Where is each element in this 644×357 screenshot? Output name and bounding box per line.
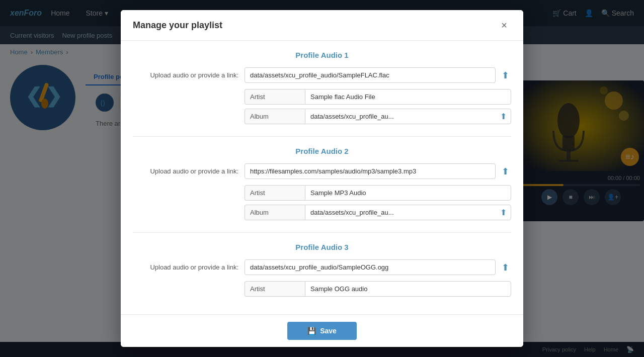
upload-button-3[interactable]: ⬆ [500, 260, 511, 275]
modal-title: Manage your playlist [133, 20, 222, 31]
audio-section-2: Profile Audio 2 Upload audio or provide … [133, 147, 511, 220]
upload-input-2[interactable] [245, 163, 496, 179]
album-value-wrap-1: ⬆ [305, 109, 511, 124]
upload-label-3: Upload audio or provide a link: [133, 263, 238, 271]
upload-button-2[interactable]: ⬆ [500, 164, 511, 179]
album-label-input-1[interactable] [245, 109, 305, 124]
upload-label-1: Upload audio or provide a link: [133, 71, 238, 79]
album-upload-button-1[interactable]: ⬆ [496, 110, 511, 123]
upload-row-3: Upload audio or provide a link: ⬆ [133, 259, 511, 275]
upload-row-2: Upload audio or provide a link: ⬆ [133, 163, 511, 179]
modal-header: Manage your playlist × [121, 10, 523, 41]
artist-value-input-2[interactable] [305, 185, 511, 201]
section-heading-2: Profile Audio 2 [133, 147, 511, 155]
modal-overlay: Manage your playlist × Profile Audio 1 U… [0, 0, 644, 357]
section-divider-1 [133, 136, 511, 137]
audio-section-3: Profile Audio 3 Upload audio or provide … [133, 243, 511, 297]
artist-row-2 [245, 185, 511, 201]
upload-button-1[interactable]: ⬆ [500, 68, 511, 83]
artist-row-3 [245, 281, 511, 297]
upload-row-1: Upload audio or provide a link: ⬆ [133, 67, 511, 83]
upload-label-2: Upload audio or provide a link: [133, 167, 238, 175]
modal-close-button[interactable]: × [497, 18, 511, 32]
section-heading-1: Profile Audio 1 [133, 51, 511, 59]
album-value-input-1[interactable] [305, 109, 496, 124]
artist-label-input-2[interactable] [245, 185, 305, 201]
upload-input-3[interactable] [245, 259, 496, 275]
album-value-input-2[interactable] [305, 205, 496, 220]
album-row-1: ⬆ [245, 109, 511, 124]
artist-label-input-1[interactable] [245, 89, 305, 105]
modal-body: Profile Audio 1 Upload audio or provide … [121, 41, 523, 319]
artist-value-input-3[interactable] [305, 281, 511, 297]
album-label-input-2[interactable] [245, 205, 305, 220]
artist-label-input-3[interactable] [245, 281, 305, 297]
album-upload-button-2[interactable]: ⬆ [496, 206, 511, 219]
save-icon: 💾 [307, 327, 316, 335]
section-heading-3: Profile Audio 3 [133, 243, 511, 251]
audio-section-1: Profile Audio 1 Upload audio or provide … [133, 51, 511, 124]
upload-field-wrap-3: ⬆ [245, 259, 511, 275]
artist-row-1 [245, 89, 511, 105]
manage-playlist-modal: Manage your playlist × Profile Audio 1 U… [121, 10, 523, 347]
artist-value-input-1[interactable] [305, 89, 511, 105]
upload-field-wrap-1: ⬆ [245, 67, 511, 83]
section-divider-2 [133, 232, 511, 233]
upload-field-wrap-2: ⬆ [245, 163, 511, 179]
album-row-2: ⬆ [245, 205, 511, 220]
modal-footer: 💾 Save [121, 314, 523, 347]
save-button[interactable]: 💾 Save [287, 322, 357, 340]
upload-input-1[interactable] [245, 67, 496, 83]
album-value-wrap-2: ⬆ [305, 205, 511, 220]
